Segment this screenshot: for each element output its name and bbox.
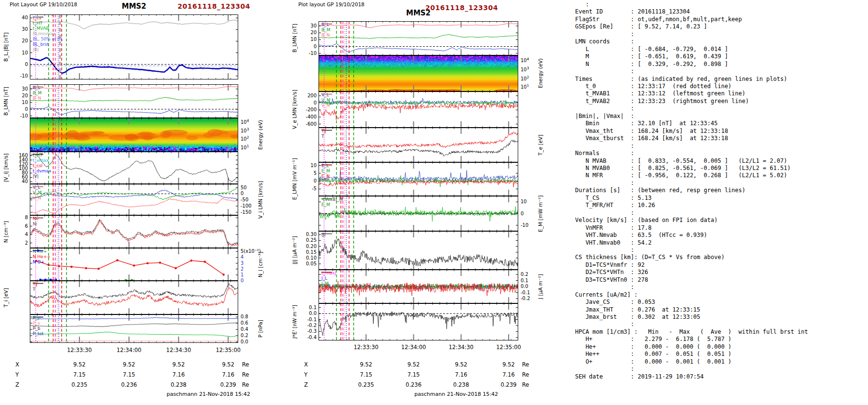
te-legend: T∥T <box>321 129 326 139</box>
spectrogram-speckle <box>493 63 494 64</box>
legend-label: V_M <box>321 98 330 103</box>
spectrogram-speckle <box>105 145 107 146</box>
legend-label: N O+ <box>33 260 44 265</box>
spectrogram-speckle <box>391 58 392 59</box>
ephemeris-unit: Re <box>242 361 249 368</box>
spectrogram-speckle <box>459 56 460 57</box>
spectrogram-speckle <box>423 61 424 62</box>
y-tick-label: 0.2 <box>241 333 269 338</box>
ephemeris-row-label: X <box>304 361 308 368</box>
spectrogram-speckle <box>229 144 230 145</box>
middle-panel-te: T_e [eV]T∥T <box>289 128 570 162</box>
spectrogram-speckle <box>428 60 429 61</box>
spectrogram-speckle <box>470 61 471 62</box>
te-plot <box>319 128 518 162</box>
spectrogram-speckle <box>85 145 87 146</box>
spectrogram-speckle <box>449 60 450 61</box>
spectrogram-speckle <box>475 57 476 58</box>
spectrogram-speckle <box>358 65 359 66</box>
spectrogram-speckle <box>119 148 121 150</box>
spectrogram-blob <box>125 134 139 142</box>
spectrogram-speckle <box>374 60 375 61</box>
legend-swatch <box>321 197 332 200</box>
spectrogram-speckle <box>396 60 397 61</box>
spectrogram-speckle <box>201 149 202 151</box>
spectrogram-speckle <box>177 148 178 149</box>
series-B_M <box>319 34 518 39</box>
spectrogram-speckle <box>400 56 401 57</box>
spectrogram-speckle <box>65 145 67 146</box>
spectrogram-speckle <box>407 60 408 61</box>
spectrogram-speckle <box>424 65 425 65</box>
spectrogram-speckle <box>347 58 348 59</box>
spectrogram-speckle <box>338 64 339 65</box>
spectrogram-speckle <box>399 60 400 61</box>
series-P_p <box>30 332 238 337</box>
event-id-label: 20161118_123304 <box>178 2 250 10</box>
spectrogram-speckle <box>361 59 362 60</box>
spectrogram-speckle <box>41 145 43 146</box>
spectrogram-speckle <box>490 61 491 62</box>
spectrogram-speckle <box>126 145 127 146</box>
spectrogram-speckle <box>351 60 352 61</box>
spectrogram-speckle <box>443 60 444 61</box>
spectrogram-speckle <box>64 144 65 145</box>
spectrogram-speckle <box>358 56 359 57</box>
spectrogram-speckle <box>130 146 132 147</box>
y-tick-label: 2 <box>241 267 269 272</box>
spectrogram-speckle <box>372 60 373 61</box>
spectrogram-speckle <box>68 150 70 151</box>
y-tick-label: 4 <box>10 232 28 237</box>
spectrogram-speckle <box>190 147 191 148</box>
spectrogram-speckle <box>369 59 370 60</box>
spectrogram-speckle <box>503 66 504 67</box>
spectrogram-speckle <box>414 64 415 65</box>
spectrogram-speckle <box>371 61 372 62</box>
y-tick-label: 20 <box>298 30 317 35</box>
spectrogram-speckle <box>464 61 465 62</box>
spectrogram-speckle <box>161 147 162 149</box>
y-tick-label: 20 <box>10 39 28 43</box>
spectrogram-speckle <box>221 147 222 148</box>
spectrogram-speckle <box>350 57 351 58</box>
spectrogram-speckle <box>87 148 89 150</box>
p-legend: P_pP_eP_bP_tot <box>33 315 44 337</box>
spectrogram-speckle <box>488 65 489 66</box>
y-tick-label: -100 <box>241 204 269 209</box>
spectrogram-speckle <box>383 57 384 58</box>
right-axis-label: T_e [eV] <box>537 128 543 162</box>
log-tick-label: 104 <box>521 57 537 63</box>
spectrogram-speckle <box>460 65 461 65</box>
left-panel-p: 0.80.60.40.20.0P [nPa]P_pP_eP_bP_tot <box>0 314 289 343</box>
spectrogram-speckle <box>440 58 441 59</box>
left-panel-vi-mag: 160140120100806040|V_i| [km/s]t_HTt_vmax… <box>0 152 289 184</box>
log-tick-label: 104 <box>241 118 257 125</box>
spectrogram-speckle <box>331 58 332 59</box>
spectrogram-speckle <box>195 148 196 149</box>
spectrogram-speckle <box>437 65 438 65</box>
spectrogram-speckle <box>365 65 366 66</box>
spectrogram-speckle <box>339 63 340 64</box>
spectrogram-speckle <box>64 149 65 151</box>
spectrogram-speckle <box>334 62 335 63</box>
ni-minor-legend: N He+N He++N O+ <box>33 249 51 265</box>
spectrogram-speckle <box>484 63 485 64</box>
spectrogram-speckle <box>347 65 348 66</box>
left-panel-ion-spec: 104103102101Energy (eV) <box>0 118 289 152</box>
spectrogram-speckle <box>382 64 383 65</box>
spectrogram-speckle <box>63 149 64 150</box>
spectrogram-speckle <box>334 56 335 57</box>
vi-mag-plot <box>30 152 238 184</box>
spectrogram-speckle <box>504 60 505 61</box>
spectrogram-speckle <box>193 149 195 150</box>
spectrogram-speckle <box>214 149 216 150</box>
spectrogram-speckle <box>405 63 406 64</box>
spectrogram-speckle <box>202 149 204 150</box>
spectrogram-speckle <box>512 57 513 58</box>
spectrogram-speckle <box>448 66 449 67</box>
spectrogram-speckle <box>134 144 136 145</box>
spectrogram-speckle <box>432 58 433 59</box>
spectrogram-speckle <box>502 60 503 61</box>
spectrogram-speckle <box>406 59 407 60</box>
right-axis-label: J [µA m⁻²] <box>537 270 543 303</box>
